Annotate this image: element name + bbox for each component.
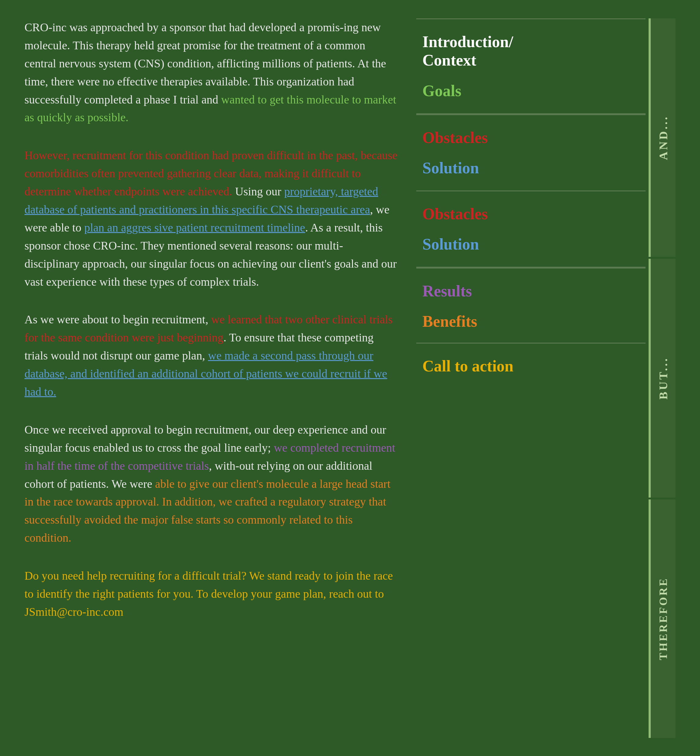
solution2-label: Solution bbox=[422, 235, 645, 253]
cta-label-block: Call to action bbox=[416, 343, 645, 375]
therefore-label: THEREFORE bbox=[657, 577, 670, 660]
solution1-label-block: Solution bbox=[416, 159, 645, 191]
paragraph-3-normal1: As we were about to begin recruitment, bbox=[25, 313, 211, 326]
but-label: BUT... bbox=[656, 357, 670, 399]
paragraph-1: CRO-inc was approached by a sponsor that… bbox=[25, 18, 398, 127]
left-column: CRO-inc was approached by a sponsor that… bbox=[25, 18, 416, 738]
paragraph-5: Do you need help recruiting for a diffic… bbox=[25, 567, 398, 621]
and-label: AND... bbox=[656, 115, 670, 160]
results-label: Results bbox=[422, 282, 645, 300]
goals-label: Goals bbox=[422, 82, 645, 100]
paragraph-2-blue2: plan an aggres sive patient recruitment … bbox=[84, 221, 305, 234]
obstacles2-label: Obstacles bbox=[422, 205, 645, 223]
obstacles2-label-block: Obstacles bbox=[416, 191, 645, 235]
obstacles1-label: Obstacles bbox=[422, 128, 645, 147]
solution2-label-block: Solution bbox=[416, 235, 645, 268]
right-column: Introduction/Context Goals Obstacles Sol… bbox=[416, 18, 675, 738]
paragraph-2-normal1: Using our bbox=[232, 185, 284, 198]
solution1-label: Solution bbox=[422, 159, 645, 177]
cta-label: Call to action bbox=[422, 357, 645, 375]
paragraph-5-yellow: Do you need help recruiting for a diffic… bbox=[25, 569, 393, 618]
introduction-label: Introduction/Context bbox=[422, 33, 645, 69]
benefits-label-block: Benefits bbox=[416, 312, 645, 343]
goals-label-block: Goals bbox=[416, 82, 645, 114]
intro-label-block: Introduction/Context bbox=[416, 18, 645, 82]
benefits-label: Benefits bbox=[422, 312, 645, 330]
vertical-bars-column: AND... BUT... THEREFORE bbox=[648, 18, 675, 738]
obstacles1-label-block: Obstacles bbox=[416, 114, 645, 159]
paragraph-4: Once we received approval to begin recru… bbox=[25, 421, 398, 547]
paragraph-3: As we were about to begin recruitment, w… bbox=[25, 310, 398, 401]
but-bar: BUT... bbox=[648, 259, 675, 497]
right-labels-column: Introduction/Context Goals Obstacles Sol… bbox=[416, 18, 645, 738]
paragraph-2: However, recruitment for this condition … bbox=[25, 146, 398, 291]
therefore-bar: THEREFORE bbox=[648, 499, 675, 738]
and-bar: AND... bbox=[648, 18, 675, 257]
results-label-block: Results bbox=[416, 268, 645, 312]
